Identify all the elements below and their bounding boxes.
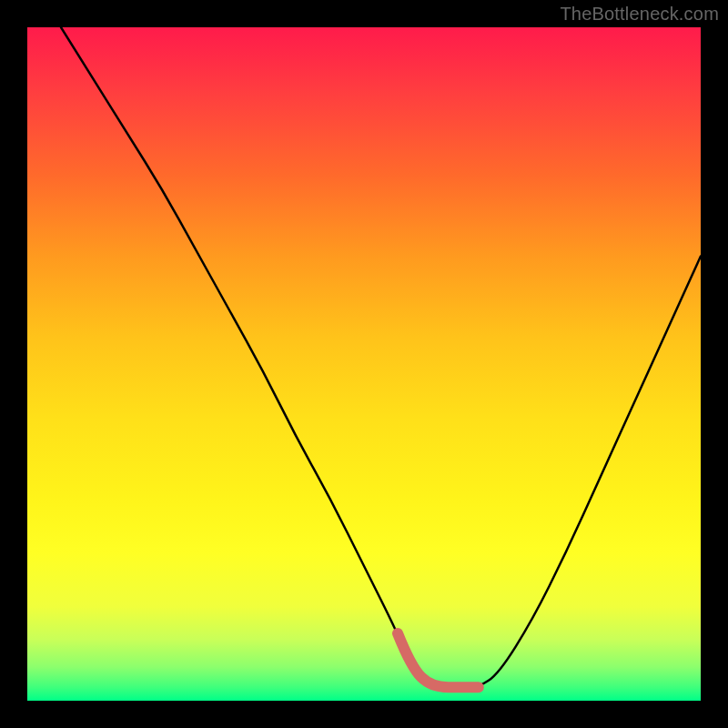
- bottleneck-curve-highlight: [398, 633, 479, 687]
- chart-frame: TheBottleneck.com: [0, 0, 728, 728]
- plot-area: [27, 27, 701, 701]
- curve-svg: [27, 27, 701, 701]
- watermark-text: TheBottleneck.com: [560, 4, 719, 25]
- bottleneck-curve-path: [61, 27, 701, 687]
